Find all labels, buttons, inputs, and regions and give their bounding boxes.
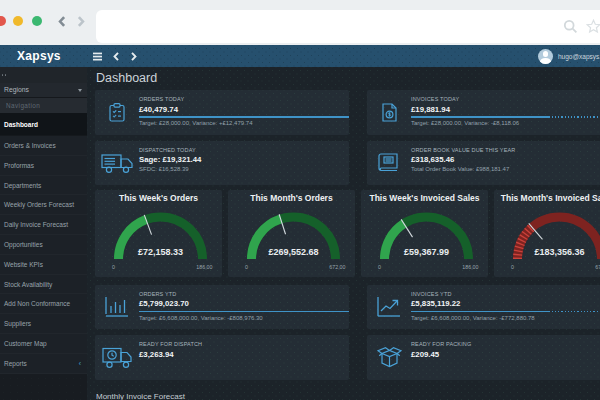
kpi-card-orders-ytd[interactable]: ORDERS YTD £5,799,023.70 Target: £6,608,… (95, 285, 349, 330)
kpi-grid-bottom: ORDERS YTD £5,799,023.70 Target: £6,608,… (95, 285, 600, 380)
kpi-card-invoices-ytd[interactable]: INVOICES YTD £5,835,119.22 Target: £6,60… (367, 285, 600, 330)
sidebar-item-label: Stock Availability (4, 281, 52, 288)
invoice-dollar-icon (367, 90, 411, 135)
kpi-value: £318,635.46 (411, 155, 600, 164)
sidebar-item-customer-map[interactable]: Customer Map (0, 334, 87, 354)
sidebar-item-label: Daily Invoice Forecast (4, 221, 68, 228)
svg-text:£269,552.68: £269,552.68 (268, 247, 318, 257)
sidebar: Regions Navigation Dashboard Orders & In… (0, 67, 87, 400)
kpi-target-text: Target: £6,608,000.00, Variance: -£772,8… (411, 315, 600, 321)
dashboard-main: Dashboard ORDERS TODAY £40,479.74 Target… (87, 67, 600, 400)
kpi-card-orders-today[interactable]: ORDERS TODAY £40,479.74 Target: £28,000.… (95, 90, 349, 135)
kpi-value: £3,263.94 (139, 350, 349, 359)
traffic-light-minimize-icon[interactable] (13, 16, 23, 26)
sidebar-section-label: Navigation (0, 98, 87, 113)
chevron-left-icon: ‹ (79, 354, 81, 374)
line-chart-icon (377, 296, 401, 317)
kpi-label: READY FOR DISPATCH (139, 341, 349, 347)
sidebar-item-reports[interactable]: Reports ‹ (0, 354, 87, 374)
kpi-label: READY FOR PACKING (411, 341, 600, 347)
nav-chevron-left-icon[interactable] (112, 52, 121, 61)
svg-text:£59,367.99: £59,367.99 (404, 247, 449, 257)
line-chart-icon (367, 285, 411, 330)
box-open-icon (377, 346, 402, 368)
sidebar-item-label: Reports (4, 360, 27, 367)
sidebar-item-add-non-conformance[interactable]: Add Non Conformance (0, 294, 87, 314)
traffic-light-zoom-icon[interactable] (32, 16, 42, 26)
page-title: Dashboard (96, 71, 157, 85)
traffic-light-close-icon[interactable] (0, 16, 6, 26)
svg-text:0: 0 (511, 264, 514, 270)
svg-text:186,00: 186,00 (196, 264, 212, 270)
sidebar-item-departments[interactable]: Departments (0, 176, 87, 196)
kpi-card-dispatched-today[interactable]: DISPATCHED TODAY Sage: £19,321.44 SFDC: … (95, 141, 349, 186)
sidebar-item-label: Orders & Invoices (4, 142, 56, 149)
url-bar[interactable] (96, 10, 600, 43)
sidebar-item-label: Weekly Orders Forecast (4, 201, 74, 208)
truck-clock-icon (95, 335, 139, 380)
svg-text:672,00: 672,00 (329, 264, 345, 270)
regions-dropdown[interactable]: Regions (0, 83, 87, 98)
star-icon[interactable] (586, 19, 600, 34)
gauge-chart: £183,356.360672,00 (494, 190, 600, 277)
sidebar-item-suppliers[interactable]: Suppliers (0, 314, 87, 334)
gauge-row: This Week's Orders £72,158.330186,00 Thi… (95, 190, 600, 277)
kpi-label: ORDERS TODAY (139, 96, 349, 102)
kpi-label: DISPATCHED TODAY (139, 147, 349, 153)
regions-label: Regions (4, 86, 29, 93)
sidebar-item-dashboard[interactable]: Dashboard (0, 113, 87, 136)
browser-back-icon[interactable] (56, 15, 69, 28)
browser-forward-icon[interactable] (74, 15, 87, 28)
sidebar-item-label: Opportunities (4, 241, 43, 248)
avatar-head-shape (543, 51, 549, 57)
sidebar-item-website-kpis[interactable]: Website KPIs (0, 255, 87, 275)
book-icon (367, 141, 411, 186)
kpi-value: £5,835,119.22 (411, 299, 600, 308)
user-email: hugo@xapsys.co (558, 53, 600, 60)
kpi-label: ORDER BOOK VALUE DUE THIS YEAR (411, 147, 600, 153)
invoice-dollar-icon (382, 103, 397, 122)
section-heading: Monthly Invoice Forecast (96, 392, 185, 400)
sidebar-item-daily-invoice-forecast[interactable]: Daily Invoice Forecast (0, 215, 87, 235)
gauge-chart: £269,552.680672,00 (228, 190, 355, 277)
kpi-card-order-book-value-due-this-year[interactable]: ORDER BOOK VALUE DUE THIS YEAR £318,635.… (367, 141, 600, 186)
hamburger-icon[interactable] (93, 52, 102, 61)
gauge-chart: £72,158.330186,00 (95, 190, 222, 277)
gauge-card-2[interactable]: This Month's Orders £269,552.680672,00 (228, 190, 355, 277)
kpi-underline (139, 311, 349, 313)
kpi-value: £209.45 (411, 350, 600, 359)
sidebar-item-label: Add Non Conformance (4, 300, 70, 307)
search-icon[interactable] (563, 19, 578, 34)
sidebar-item-weekly-orders-forecast[interactable]: Weekly Orders Forecast (0, 195, 87, 215)
truck-clock-icon (102, 346, 133, 369)
sidebar-item-label: Customer Map (4, 340, 47, 347)
truck-icon (95, 141, 139, 186)
app-logo[interactable]: Xapsys (17, 49, 61, 63)
user-chip[interactable]: hugo@xapsys.co (538, 48, 600, 64)
gauge-card-1[interactable]: This Week's Orders £72,158.330186,00 (95, 190, 222, 277)
gauge-card-3[interactable]: This Week's Invoiced Sales £59,367.99018… (361, 190, 488, 277)
svg-text:186,00: 186,00 (462, 264, 478, 270)
gauge-card-4[interactable]: This Month's Invoiced Sales £183,356.360… (494, 190, 600, 277)
sidebar-item-orders-invoices[interactable]: Orders & Invoices (0, 136, 87, 156)
sidebar-item-label: Dashboard (4, 121, 38, 128)
gauge-chart: £59,367.990186,00 (361, 190, 488, 277)
kpi-card-invoices-today[interactable]: INVOICES TODAY £19,881.94 Target: £28,00… (367, 90, 600, 135)
kpi-sub-text: Total Order Book Value: £988,181.47 (411, 166, 600, 172)
dot-icon (5, 74, 7, 76)
svg-text:£72,158.33: £72,158.33 (138, 247, 183, 257)
kpi-card-ready-for-dispatch[interactable]: READY FOR DISPATCH £3,263.94 (95, 335, 349, 380)
sidebar-item-proformas[interactable]: Proformas (0, 156, 87, 176)
svg-text:672,00: 672,00 (595, 264, 600, 270)
sidebar-menu: Dashboard Orders & Invoices Proformas De… (0, 113, 87, 374)
sidebar-item-label: Suppliers (4, 320, 31, 327)
svg-text:0: 0 (378, 264, 381, 270)
clipboard-check-icon (95, 90, 139, 135)
sidebar-item-stock-availability[interactable]: Stock Availability (0, 275, 87, 295)
truck-icon (101, 152, 134, 174)
bar-chart-icon (95, 285, 139, 330)
nav-chevron-right-icon[interactable] (129, 52, 138, 61)
sidebar-item-opportunities[interactable]: Opportunities (0, 235, 87, 255)
kpi-label: INVOICES YTD (411, 291, 600, 297)
kpi-card-ready-for-packing[interactable]: READY FOR PACKING £209.45 (367, 335, 600, 380)
